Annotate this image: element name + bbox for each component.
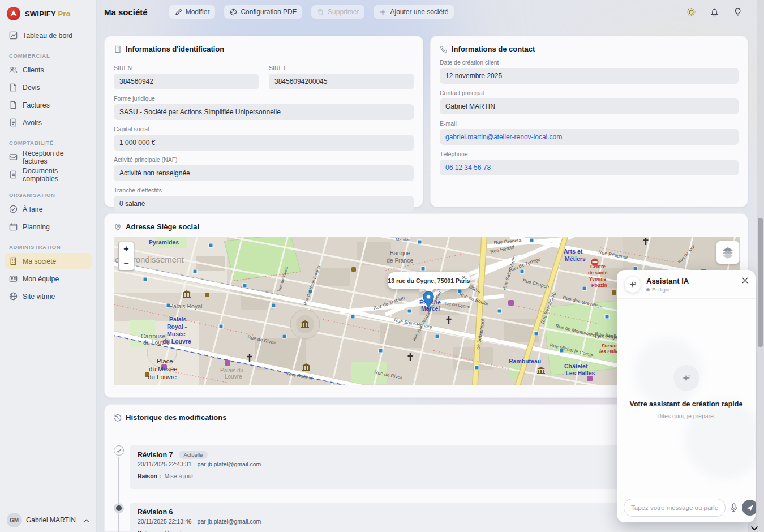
modifier-button[interactable]: Modifier	[169, 5, 216, 19]
sidebar-item-mon-equipe[interactable]: Mon équipe	[5, 271, 92, 287]
svg-text:Palais: Palais	[169, 316, 187, 323]
sidebar-item-label: Clients	[23, 66, 44, 74]
building-icon	[9, 257, 18, 265]
sidebar-item-a-faire[interactable]: À faire	[5, 201, 92, 217]
popup-close-icon[interactable]: ✕	[461, 274, 466, 281]
status-dot	[646, 288, 650, 291]
capital-social-value: 1 000 000 €	[114, 135, 414, 151]
page-scrollbar[interactable]	[757, 0, 764, 532]
zoom-in-button[interactable]: +	[119, 242, 134, 256]
assistant-close-icon[interactable]	[741, 277, 749, 284]
sidebar-item-avoirs[interactable]: Avoirs	[5, 114, 92, 131]
page-title: Ma société	[104, 7, 148, 17]
email-value: gabriel.martin@atelier-renov-local.com	[440, 129, 739, 145]
help-lightbulb-icon[interactable]	[733, 7, 742, 17]
scroll-down-chevron-icon[interactable]	[750, 526, 758, 531]
calendar-icon	[9, 222, 18, 231]
reason-value: Mise à jour	[164, 530, 193, 532]
history-icon	[114, 414, 122, 422]
reason-label: Raison :	[138, 473, 161, 479]
id-card-icon	[9, 274, 18, 283]
address-popup: 13 rue du Cygne, 75001 Paris ✕	[388, 272, 470, 289]
svg-text:Palais Royal: Palais Royal	[169, 303, 202, 310]
forme-juridique-label: Forme juridique	[114, 95, 414, 102]
sidebar-item-ma-societe[interactable]: Ma société	[5, 253, 92, 269]
trash-icon	[317, 8, 324, 16]
invoice-file-icon	[9, 101, 18, 109]
effectifs-value: 0 salarié	[114, 196, 414, 212]
sidebar-item-label: Devis	[23, 84, 40, 92]
svg-text:Rambuteau: Rambuteau	[509, 358, 541, 364]
svg-text:Banque: Banque	[390, 250, 410, 256]
assistant-message-input[interactable]	[624, 499, 726, 517]
reason-value: Mise à jour	[164, 473, 193, 479]
date-creation-value: 12 novembre 2025	[440, 68, 739, 84]
assistant-status-label: En ligne	[652, 286, 671, 293]
brand-suffix: Pro	[58, 10, 70, 18]
svg-text:Place: Place	[157, 358, 173, 364]
reason-label: Raison :	[138, 530, 161, 532]
brand-logo: SWIPIFY Pro	[0, 0, 96, 26]
map-marker-pin[interactable]	[422, 291, 435, 312]
sidebar-item-devis[interactable]: Devis	[5, 79, 92, 96]
sidebar-item-dashboard[interactable]: Tableau de bord	[5, 27, 92, 44]
contact-principal-value: Gabriel MARTIN	[440, 98, 739, 114]
address-title: Adresse Siège social	[126, 222, 199, 231]
naf-label: Activité principale (NAF)	[114, 156, 414, 163]
sidebar-item-label: Planning	[23, 223, 50, 231]
svg-text:Musée: Musée	[167, 331, 186, 337]
sidebar-item-label: Avoirs	[23, 119, 42, 127]
sidebar-item-planning[interactable]: Planning	[5, 218, 92, 235]
svg-text:Arts et: Arts et	[564, 248, 583, 255]
svg-text:de santé: de santé	[588, 270, 608, 276]
send-button[interactable]	[742, 500, 756, 516]
svg-text:Mandar: Mandar	[396, 237, 410, 242]
sidebar-item-label: Mon équipe	[23, 275, 59, 283]
pencil-icon	[175, 8, 182, 16]
theme-toggle-sun-icon[interactable]	[686, 7, 696, 17]
layers-icon	[722, 246, 734, 259]
svg-text:Yvonne: Yvonne	[589, 276, 607, 282]
ajouter-societe-button[interactable]: Ajouter une société	[374, 5, 454, 19]
identification-title: Informations d'identification	[126, 45, 224, 53]
assistant-title: Assistant IA	[646, 277, 689, 285]
palette-icon	[230, 8, 237, 16]
map-layers-button[interactable]	[716, 241, 740, 264]
inbox-icon	[9, 153, 18, 161]
sidebar-item-reception-factures[interactable]: Réception de factures	[5, 149, 92, 165]
zoom-out-button[interactable]: −	[119, 256, 134, 270]
users-icon	[9, 66, 18, 74]
microphone-icon[interactable]	[730, 503, 737, 512]
svg-text:Palais du: Palais du	[220, 367, 243, 374]
revision-datetime: 20/11/2025 22:43:31	[138, 461, 192, 467]
user-menu[interactable]: GM Gabriel MARTIN	[0, 508, 96, 532]
sidebar-item-site-vitrine[interactable]: Site vitrine	[5, 288, 92, 304]
sidebar-item-documents-comptables[interactable]: Documents comptables	[5, 166, 92, 183]
chevron-up-icon	[83, 515, 89, 525]
assistant-subline: Dites quoi, je prépare.	[657, 413, 715, 419]
sidebar-item-label: Site vitrine	[23, 293, 55, 301]
revision-datetime: 20/11/2025 22:13:46	[138, 518, 192, 525]
contact-title: Informations de contact	[452, 45, 535, 53]
email-link[interactable]: gabriel.martin@atelier-renov-local.com	[445, 133, 562, 141]
revision-author: par jb.platel@gmail.com	[198, 518, 261, 525]
sidebar-item-label: Documents comptables	[23, 167, 87, 183]
telephone-link[interactable]: 06 12 34 56 78	[445, 164, 491, 171]
email-label: E-mail	[440, 120, 739, 127]
sidebar-item-factures[interactable]: Factures	[5, 97, 92, 113]
identification-card: Informations d'identification SIREN 3845…	[104, 36, 423, 207]
sidebar-item-label: À faire	[23, 205, 43, 213]
supprimer-button[interactable]: Supprimer	[311, 5, 364, 19]
telephone-label: Téléphone	[440, 151, 739, 157]
notifications-bell-icon[interactable]	[710, 7, 719, 17]
address-popup-text: 13 rue du Cygne, 75001 Paris	[388, 277, 470, 284]
sparkle-icon	[625, 277, 641, 293]
configuration-pdf-button[interactable]: Configuration PDF	[224, 5, 302, 19]
revision-name: Révision 7	[138, 451, 173, 459]
sidebar-item-clients[interactable]: Clients	[5, 62, 92, 78]
timeline-line	[118, 457, 119, 532]
globe-icon	[9, 292, 18, 301]
scrollbar-thumb[interactable]	[758, 218, 763, 347]
forme-juridique-value: SASU - Société par Actions Simplifiée Un…	[114, 104, 414, 120]
svg-text:- Les Halles: - Les Halles	[562, 370, 595, 376]
